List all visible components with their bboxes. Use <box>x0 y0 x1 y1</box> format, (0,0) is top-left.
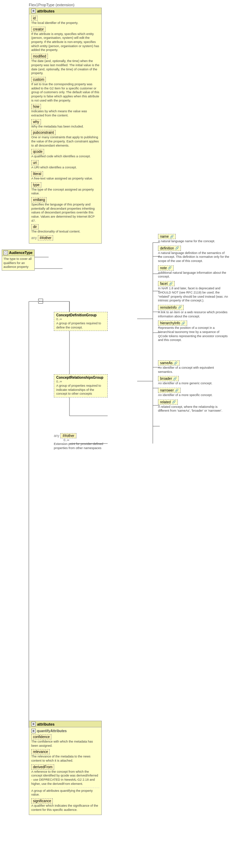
flex1proptype-box: ⊞ attributes id The local identifier of … <box>29 8 102 244</box>
bottom-attributes-box: ⊞ attributes ⊞ quantifyAttributes confid… <box>29 721 102 815</box>
prop-name: name 🔗 A natural language name for the c… <box>158 234 229 244</box>
narrower-prop-label: narrower <box>160 388 174 392</box>
narrower-prop-desc: An identifier of a more specific concept… <box>158 393 229 397</box>
bottom-box-header-label: attributes <box>37 722 55 726</box>
top-box-header-label: attributes <box>37 9 55 13</box>
concept-rel-group-desc: A group of properties required to indica… <box>56 384 105 396</box>
bottom-grid-icon: ⊞ <box>31 722 36 726</box>
sameas-prop-label: sameAs <box>160 361 173 365</box>
concept-rel-group-label: ConceptRelationshipsGroup <box>56 376 105 379</box>
definition-prop-label: definition <box>160 246 174 250</box>
any-other-name: ##other <box>60 433 76 438</box>
quantify-grid-icon: ⊞ <box>31 729 36 733</box>
connector-node-1: ⟵ <box>38 299 43 304</box>
hierarchyinfo-prop-label: hierarchyInfo <box>160 321 180 325</box>
attributes-list: id The local identifier of the property.… <box>29 14 101 243</box>
quantify-subheader: ⊞ quantifyAttributes <box>31 729 99 733</box>
concept-definition-group-box: ConceptDefinitionGroup 0..∞ A group of p… <box>54 312 108 331</box>
remoteinfo-prop-desc: A link to an item or a web resource whic… <box>158 310 229 318</box>
attr-modified: modified The date (and, optionally, the … <box>31 54 99 76</box>
any-other-middle: any ##other 0..∞ Extension point for pro… <box>54 433 108 450</box>
bottom-attr-relevance: relevance The relevance of the metadata … <box>31 749 99 763</box>
concept-relationships-group-box: ConceptRelationshipsGroup 0..∞ A group o… <box>54 374 108 397</box>
diagram-title: Flex1PropType (extension) <box>29 3 74 7</box>
sameas-prop-desc: An identifier of a concept with equivale… <box>158 366 229 374</box>
hierarchyinfo-prop-desc: Represents the position of a concept in … <box>158 326 229 342</box>
attr-type: type The type of the concept assigned as… <box>31 182 99 196</box>
definition-prop-desc: A natural language definition of the sem… <box>158 251 229 263</box>
prop-hierarchyinfo: hierarchyInfo 🔗 Represents the position … <box>158 321 229 342</box>
bottom-attr-significance: significance A qualifier which indicates… <box>31 798 99 812</box>
flex1proptype-header: ⊞ attributes <box>29 8 101 14</box>
broader-link-icon: 🔗 <box>173 377 177 380</box>
audience-box-icon: ☐ <box>3 251 8 255</box>
concept-def-group-label: ConceptDefinitionGroup <box>56 313 105 317</box>
definition-link-icon: 🔗 <box>175 246 179 250</box>
audience-type-desc: The type to cover all qualifiers for an … <box>2 256 34 270</box>
bottom-attributes-list: ⊞ quantifyAttributes confidence The conf… <box>29 727 101 815</box>
facet-prop-label: facet <box>160 282 168 286</box>
facet-link-icon: 🔗 <box>169 282 173 286</box>
attr-creator: creator If the attribute is empty, speci… <box>31 27 99 52</box>
related-prop-label: related <box>160 400 171 404</box>
right-props-section-1: name 🔗 A natural language name for the c… <box>158 234 229 344</box>
prop-remoteinfo: remoteInfo 🔗 A link to an item or a web … <box>158 305 229 318</box>
related-link-icon: 🔗 <box>172 400 176 404</box>
related-prop-desc: A related concept, where the relationshi… <box>158 405 229 413</box>
concept-rel-group-multi: 0..∞ <box>56 380 105 383</box>
grid-icon: ⊞ <box>31 9 36 13</box>
prop-facet: facet 🔗 In NAR 1.8 and later, facet is d… <box>158 281 229 303</box>
name-link-icon: 🔗 <box>170 235 174 238</box>
hierarchyinfo-link-icon: 🔗 <box>181 322 185 325</box>
attr-custom: custom If set to true the corresponding … <box>31 77 99 103</box>
attr-pubconstraint: pubconstraint One or many constraints th… <box>31 130 99 148</box>
any-other-multi: 0..∞ <box>64 438 108 442</box>
facet-prop-desc: In NAR 1.8 and later, facet is deprecate… <box>158 287 229 303</box>
audience-type-label: AudienceType <box>9 251 33 255</box>
attr-why: why Why the metadata has been included. <box>31 119 99 129</box>
prop-narrower: narrower 🔗 An identifier of a more speci… <box>158 388 229 397</box>
narrower-link-icon: 🔗 <box>175 389 178 392</box>
bottom-attr-derivedfrom: derivedFrom A reference to the concept f… <box>31 764 99 786</box>
audience-type-header: ☐ AudienceType <box>2 250 34 256</box>
name-prop-desc: A natural language name for the concept. <box>158 239 229 244</box>
attr-uri: uri A URI which identifies a concept. <box>31 160 99 170</box>
attr-xmllang: xmllang Specifies the language of this p… <box>31 197 99 223</box>
sameas-link-icon: 🔗 <box>174 361 177 365</box>
bottom-attr-confidence: confidence The confidence with which the… <box>31 734 99 748</box>
note-prop-desc: Additional natural language information … <box>158 271 229 279</box>
prop-broader: broader 🔗 An identifier of a more generi… <box>158 376 229 386</box>
prop-related: related 🔗 A related concept, where the r… <box>158 400 229 413</box>
any-other-desc: Extension point for provider-defined pro… <box>54 442 108 450</box>
audience-desc-text: The type to cover all qualifiers for an … <box>3 257 33 269</box>
remoteinfo-prop-label: remoteInfo <box>160 306 177 309</box>
attr-dir: dir The directionality of textual conten… <box>31 224 99 234</box>
right-props-section-2: sameAs 🔗 An identifier of a concept with… <box>158 360 229 415</box>
broader-prop-desc: An identifier of a more generic concept. <box>158 382 229 386</box>
attr-any-other: any ##other <box>31 235 99 240</box>
attr-literal: literal A free-text value assigned as pr… <box>31 171 99 181</box>
quantify-label: quantifyAttributes <box>37 729 67 733</box>
attr-qcode: qcode A qualified code which identifies … <box>31 149 99 159</box>
note-prop-label: note <box>160 266 167 270</box>
note-link-icon: 🔗 <box>168 266 172 270</box>
remoteinfo-link-icon: 🔗 <box>178 306 182 309</box>
prop-sameas: sameAs 🔗 An identifier of a concept with… <box>158 360 229 374</box>
bottom-group-desc: A group of attributes quantifying the pr… <box>31 788 99 797</box>
prop-note: note 🔗 Additional natural language infor… <box>158 265 229 279</box>
prop-definition: definition 🔗 A natural language definiti… <box>158 246 229 263</box>
name-prop-label: name <box>160 235 169 238</box>
any-prefix: any <box>31 236 37 240</box>
bottom-box-header: ⊞ attributes <box>29 721 101 727</box>
concept-def-group-multi: 0..∞ <box>56 317 105 321</box>
broader-prop-label: broader <box>160 377 172 380</box>
audience-type-box: ☐ AudienceType The type to cover all qua… <box>2 249 35 271</box>
concept-def-group-desc: A group of properties required to define… <box>56 322 105 330</box>
attr-how: how Indicates by which means the value w… <box>31 104 99 117</box>
attr-id: id The local identifier of the property. <box>31 16 99 25</box>
